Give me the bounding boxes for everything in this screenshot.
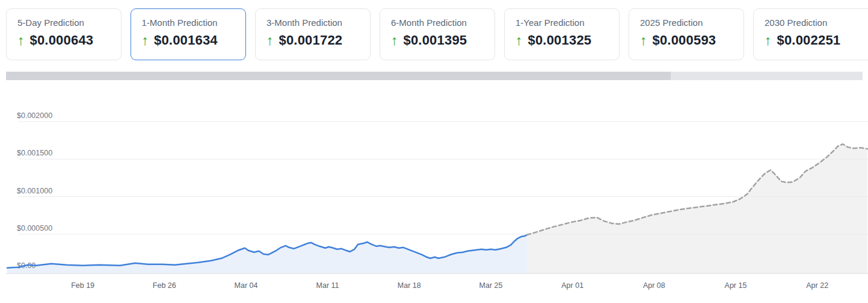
up-arrow-icon: ↑: [765, 33, 772, 48]
y-axis-tick-label: $0.002000: [17, 111, 52, 120]
x-axis-tick-label: Mar 25: [479, 281, 503, 290]
prediction-area: [527, 144, 867, 273]
prediction-card-value: $0.002251: [777, 33, 841, 48]
x-axis-tick-label: Apr 08: [643, 281, 665, 290]
price-prediction-widget: 5-Day Prediction ↑ $0.000643 1-Month Pre…: [0, 0, 868, 303]
prediction-card-value: $0.000593: [653, 33, 716, 48]
prediction-card-value: $0.001395: [404, 33, 467, 48]
prediction-card-value-row: ↑ $0.001722: [266, 33, 363, 48]
prediction-card-1-year-prediction[interactable]: 1-Year Prediction ↑ $0.001325: [504, 8, 620, 60]
x-axis-tick-label: Apr 01: [561, 281, 583, 290]
prediction-card-value: $0.001634: [154, 33, 218, 48]
up-arrow-icon: ↑: [266, 33, 274, 48]
prediction-card-value: $0.001722: [279, 33, 343, 48]
x-axis-tick-label: Mar 11: [316, 281, 339, 290]
prediction-card-6-month-prediction[interactable]: 6-Month Prediction ↑ $0.001395: [380, 8, 495, 60]
price-chart: $0.002000$0.001500$0.001000$0.000500$0.0…: [0, 87, 868, 303]
up-arrow-icon: ↑: [17, 33, 25, 48]
prediction-card-value: $0.001325: [528, 33, 592, 48]
prediction-card-label: 2030 Prediction: [765, 17, 868, 28]
prediction-card-value-row: ↑ $0.002251: [765, 33, 868, 48]
prediction-card-label: 3-Month Prediction: [266, 17, 363, 28]
prediction-card-5-day-prediction[interactable]: 5-Day Prediction ↑ $0.000643: [6, 8, 122, 60]
prediction-card-2025-prediction[interactable]: 2025 Prediction ↑ $0.000593: [629, 8, 744, 60]
up-arrow-icon: ↑: [516, 33, 523, 48]
up-arrow-icon: ↑: [142, 33, 149, 48]
prediction-card-value-row: ↑ $0.001395: [391, 33, 487, 48]
x-axis-tick-label: Apr 22: [806, 281, 828, 290]
prediction-card-label: 5-Day Prediction: [17, 17, 114, 28]
prediction-card-value-row: ↑ $0.000593: [640, 33, 736, 48]
prediction-card-label: 6-Month Prediction: [391, 17, 487, 28]
prediction-card-label: 2025 Prediction: [640, 17, 736, 28]
up-arrow-icon: ↑: [640, 33, 647, 48]
prediction-cards-row: 5-Day Prediction ↑ $0.000643 1-Month Pre…: [6, 8, 868, 63]
x-axis-tick-label: Mar 04: [235, 281, 258, 290]
up-arrow-icon: ↑: [391, 33, 398, 48]
scrollbar-thumb[interactable]: [6, 72, 671, 80]
prediction-card-value-row: ↑ $0.000643: [17, 33, 114, 48]
y-axis-tick-label: $0.001500: [17, 149, 52, 157]
prediction-card-label: 1-Month Prediction: [142, 17, 239, 28]
prediction-card-value: $0.000643: [30, 33, 94, 48]
y-axis-tick-label: $0.000500: [17, 224, 52, 233]
prediction-card-2030-prediction[interactable]: 2030 Prediction ↑ $0.002251: [753, 8, 868, 60]
horizontal-scrollbar[interactable]: [6, 72, 863, 80]
x-axis-tick-label: Mar 18: [398, 281, 421, 290]
prediction-card-value-row: ↑ $0.001325: [516, 33, 612, 48]
prediction-card-value-row: ↑ $0.001634: [142, 33, 239, 48]
prediction-card-3-month-prediction[interactable]: 3-Month Prediction ↑ $0.001722: [255, 8, 371, 60]
x-axis-tick-label: Feb 19: [71, 281, 94, 290]
prediction-card-1-month-prediction[interactable]: 1-Month Prediction ↑ $0.001634: [131, 8, 246, 60]
y-axis-tick-label: $0.001000: [17, 187, 52, 195]
x-axis-tick-label: Feb 26: [153, 281, 176, 290]
x-axis-tick-label: Apr 15: [725, 281, 747, 290]
prediction-card-label: 1-Year Prediction: [516, 17, 612, 28]
